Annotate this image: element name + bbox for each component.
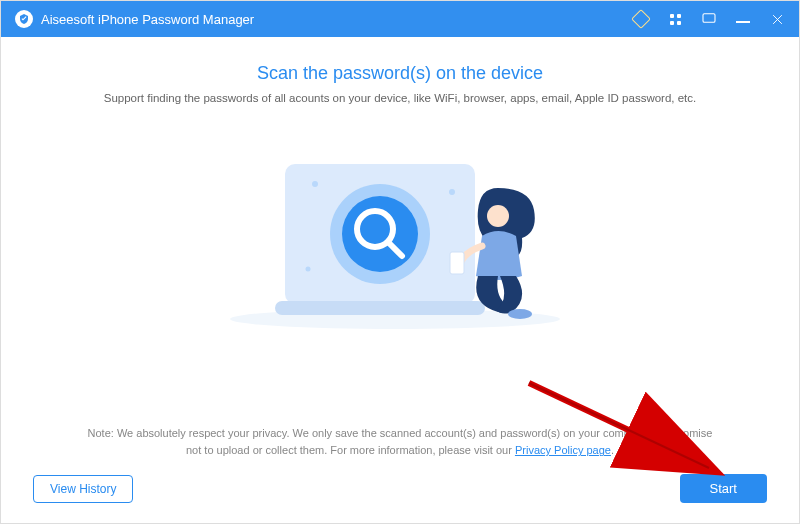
page-heading: Scan the password(s) on the device: [257, 63, 543, 84]
minimize-button[interactable]: [735, 11, 751, 27]
illustration: [29, 134, 771, 334]
svg-point-10: [306, 267, 311, 272]
footer-bar: View History Start: [29, 474, 771, 509]
app-title: Aiseesoft iPhone Password Manager: [41, 12, 254, 27]
titlebar-actions: [633, 11, 785, 27]
svg-point-5: [342, 196, 418, 272]
page-subheading: Support finding the passwords of all aco…: [104, 92, 697, 104]
privacy-note: Note: We absolutely respect your privacy…: [80, 425, 720, 460]
close-button[interactable]: [769, 11, 785, 27]
start-button[interactable]: Start: [680, 474, 767, 503]
apps-grid-icon[interactable]: [667, 11, 683, 27]
svg-point-13: [508, 309, 532, 319]
svg-rect-12: [450, 252, 464, 274]
svg-rect-3: [275, 301, 485, 315]
note-text-suffix: .: [611, 444, 614, 456]
premium-icon[interactable]: [633, 11, 649, 27]
svg-point-11: [487, 205, 509, 227]
note-text-prefix: Note: We absolutely respect your privacy…: [88, 427, 713, 457]
svg-point-9: [449, 189, 455, 195]
feedback-icon[interactable]: [701, 11, 717, 27]
view-history-button[interactable]: View History: [33, 475, 133, 503]
titlebar: Aiseesoft iPhone Password Manager: [1, 1, 799, 37]
app-window: Aiseesoft iPhone Password Manager Scan t…: [0, 0, 800, 524]
app-logo-icon: [15, 10, 33, 28]
main-content: Scan the password(s) on the device Suppo…: [1, 37, 799, 523]
privacy-policy-link[interactable]: Privacy Policy page: [515, 444, 611, 456]
svg-point-8: [312, 181, 318, 187]
